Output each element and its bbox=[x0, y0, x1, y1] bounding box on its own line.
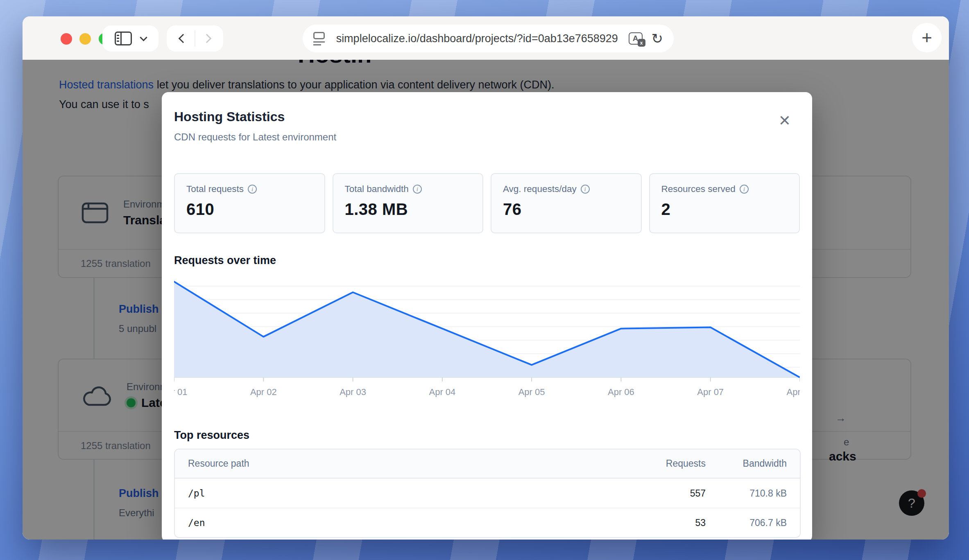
stat-value: 610 bbox=[186, 200, 324, 219]
stat-value: 2 bbox=[661, 200, 799, 219]
info-icon[interactable]: i bbox=[740, 185, 749, 194]
browser-window: simplelocalize.io/dashboard/projects/?id… bbox=[23, 16, 949, 540]
close-window-button[interactable] bbox=[61, 33, 72, 45]
svg-text:Apr 04: Apr 04 bbox=[429, 387, 455, 397]
chart-section-title: Requests over time bbox=[174, 254, 276, 267]
requests-value: 557 bbox=[611, 488, 706, 499]
address-bar[interactable]: simplelocalize.io/dashboard/projects/?id… bbox=[303, 25, 674, 52]
svg-text:Apr 06: Apr 06 bbox=[608, 387, 634, 397]
svg-text:Apr 08: Apr 08 bbox=[787, 387, 800, 397]
translate-icon[interactable]: A x bbox=[629, 32, 643, 45]
col-resource-path: Resource path bbox=[175, 458, 611, 469]
col-requests: Requests bbox=[611, 458, 706, 469]
table-section-title: Top resources bbox=[174, 429, 249, 442]
minimize-window-button[interactable] bbox=[79, 33, 91, 45]
resource-path: /en bbox=[175, 517, 611, 528]
page-settings-icon[interactable] bbox=[313, 32, 326, 45]
bandwidth-value: 710.8 kB bbox=[706, 488, 800, 499]
info-icon[interactable]: i bbox=[581, 185, 590, 194]
url-text[interactable]: simplelocalize.io/dashboard/projects/?id… bbox=[326, 32, 629, 45]
bandwidth-value: 706.7 kB bbox=[706, 517, 800, 528]
hosting-statistics-modal: Hosting Statistics CDN requests for Late… bbox=[162, 92, 812, 540]
svg-text:Apr 05: Apr 05 bbox=[518, 387, 545, 397]
close-icon[interactable]: ✕ bbox=[779, 113, 791, 128]
modal-title: Hosting Statistics bbox=[174, 109, 285, 124]
forward-icon bbox=[202, 34, 212, 43]
table-row[interactable]: /pl 557 710.8 kB bbox=[175, 478, 800, 508]
stat-value: 1.38 MB bbox=[345, 200, 483, 219]
top-resources-table: Resource path Requests Bandwidth /pl 557… bbox=[174, 449, 801, 538]
new-tab-button[interactable]: + bbox=[912, 23, 942, 52]
svg-text:Apr 02: Apr 02 bbox=[250, 387, 277, 397]
nav-buttons-group bbox=[167, 25, 223, 52]
svg-text:Apr 07: Apr 07 bbox=[697, 387, 724, 397]
col-bandwidth: Bandwidth bbox=[706, 458, 800, 469]
svg-text:Apr 01: Apr 01 bbox=[174, 387, 187, 397]
stat-resources-served: Resources servedi 2 bbox=[649, 173, 800, 233]
table-header-row: Resource path Requests Bandwidth bbox=[175, 449, 800, 478]
stat-avg-requests-day: Avg. requests/dayi 76 bbox=[491, 173, 642, 233]
browser-toolbar: simplelocalize.io/dashboard/projects/?id… bbox=[23, 16, 949, 60]
reload-icon[interactable]: ↻ bbox=[652, 32, 663, 45]
stat-total-requests: Total requestsi 610 bbox=[174, 173, 325, 233]
info-icon[interactable]: i bbox=[413, 185, 422, 194]
stat-value: 76 bbox=[503, 200, 641, 219]
sidebar-toggle-group bbox=[102, 25, 158, 52]
modal-subtitle: CDN requests for Latest environment bbox=[174, 131, 336, 143]
stats-row: Total requestsi 610 Total bandwidthi 1.3… bbox=[174, 173, 800, 233]
sidebar-icon[interactable] bbox=[115, 32, 132, 45]
resource-path: /pl bbox=[175, 488, 611, 499]
svg-text:Apr 03: Apr 03 bbox=[340, 387, 366, 397]
requests-over-time-chart: Apr 01Apr 02Apr 03Apr 04Apr 05Apr 06Apr … bbox=[174, 280, 800, 405]
chevron-down-icon[interactable] bbox=[140, 34, 147, 41]
requests-value: 53 bbox=[611, 517, 706, 528]
info-icon[interactable]: i bbox=[248, 185, 257, 194]
nav-divider bbox=[195, 30, 195, 47]
stat-total-bandwidth: Total bandwidthi 1.38 MB bbox=[333, 173, 484, 233]
table-row[interactable]: /en 53 706.7 kB bbox=[175, 508, 800, 537]
back-icon[interactable] bbox=[179, 34, 188, 43]
